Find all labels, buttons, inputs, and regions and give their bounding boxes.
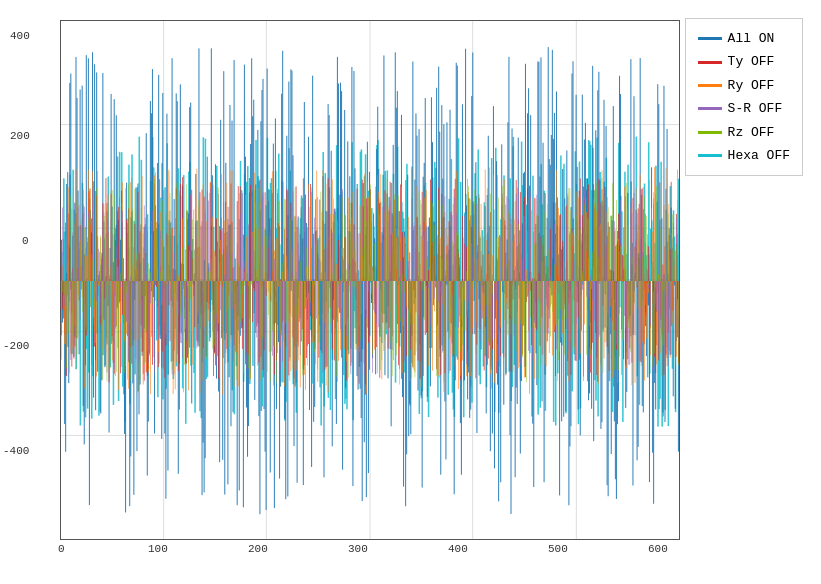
legend-color-rz-off xyxy=(698,131,722,134)
legend-label-ty-off: Ty OFF xyxy=(728,50,775,73)
chart-plot-area xyxy=(60,20,680,540)
legend-item-rz-off: Rz OFF xyxy=(698,121,790,144)
legend-item-ty-off: Ty OFF xyxy=(698,50,790,73)
x-axis-tick-500: 500 xyxy=(548,543,568,555)
legend-label-all-on: All ON xyxy=(728,27,775,50)
legend-color-sr-off xyxy=(698,107,722,110)
legend-label-rz-off: Rz OFF xyxy=(728,121,775,144)
legend-label-hexa-off: Hexa OFF xyxy=(728,144,790,167)
legend-label-sr-off: S-R OFF xyxy=(728,97,783,120)
x-axis-tick-100: 100 xyxy=(148,543,168,555)
y-axis-tick-400: 400 xyxy=(10,30,30,42)
bar-chart-canvas xyxy=(61,21,680,540)
x-axis-tick-200: 200 xyxy=(248,543,268,555)
legend-color-ty-off xyxy=(698,61,722,64)
x-axis-tick-400: 400 xyxy=(448,543,468,555)
legend-item-all-on: All ON xyxy=(698,27,790,50)
legend-color-ry-off xyxy=(698,84,722,87)
y-axis-tick-n400: -400 xyxy=(3,445,29,457)
legend-color-hexa-off xyxy=(698,154,722,157)
y-axis-tick-0: 0 xyxy=(22,235,29,247)
y-axis-tick-n200: -200 xyxy=(3,340,29,352)
legend-label-ry-off: Ry OFF xyxy=(728,74,775,97)
chart-legend: All ON Ty OFF Ry OFF S-R OFF Rz OFF Hexa… xyxy=(685,18,803,176)
legend-item-hexa-off: Hexa OFF xyxy=(698,144,790,167)
legend-item-sr-off: S-R OFF xyxy=(698,97,790,120)
y-axis-tick-200: 200 xyxy=(10,130,30,142)
x-axis-tick-300: 300 xyxy=(348,543,368,555)
legend-color-all-on xyxy=(698,37,722,40)
legend-item-ry-off: Ry OFF xyxy=(698,74,790,97)
x-axis-tick-0: 0 xyxy=(58,543,65,555)
chart-container: All ON Ty OFF Ry OFF S-R OFF Rz OFF Hexa… xyxy=(0,0,821,584)
x-axis-tick-600: 600 xyxy=(648,543,668,555)
